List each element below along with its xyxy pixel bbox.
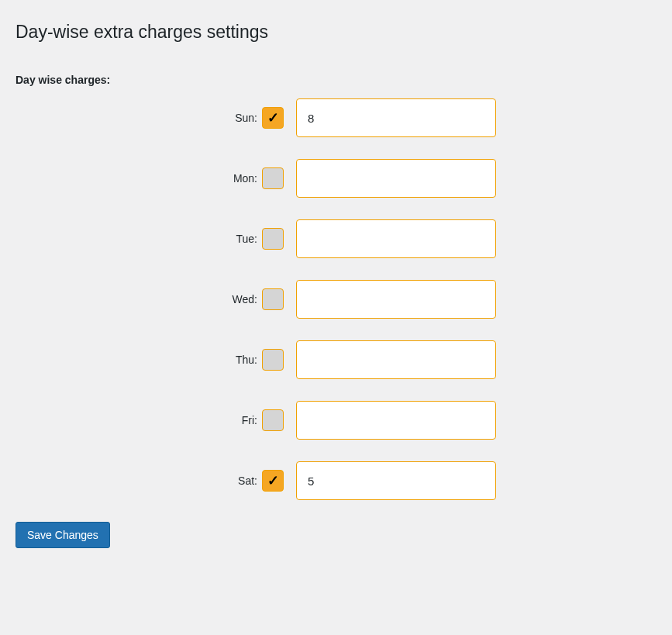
day-charge-input-tue[interactable] [296,219,496,258]
day-charges-form: Sun: ✓ Mon: Tue: Wed: Thu: [16,98,656,500]
page-title: Day-wise extra charges settings [16,22,656,43]
day-row-thu: Thu: [16,340,656,379]
day-label-thu: Thu: [217,354,262,366]
day-label-fri: Fri: [217,414,262,426]
day-charge-input-wed[interactable] [296,280,496,319]
day-row-wed: Wed: [16,280,656,319]
check-icon: ✓ [267,472,279,489]
section-label: Day wise charges: [16,74,656,86]
day-checkbox-wed[interactable] [262,288,284,310]
day-label-tue: Tue: [217,233,262,245]
day-label-sun: Sun: [217,112,262,124]
day-row-mon: Mon: [16,159,656,198]
day-charge-input-sun[interactable] [296,98,496,137]
day-label-mon: Mon: [217,172,262,185]
day-label-sat: Sat: [217,475,262,487]
day-checkbox-sat[interactable]: ✓ [262,470,284,492]
day-checkbox-thu[interactable] [262,349,284,371]
day-label-wed: Wed: [217,293,262,305]
save-button[interactable]: Save Changes [16,522,110,548]
day-checkbox-tue[interactable] [262,228,284,250]
day-charge-input-sat[interactable] [296,461,496,500]
day-checkbox-mon[interactable] [262,167,284,189]
check-icon: ✓ [267,109,279,126]
day-charge-input-fri[interactable] [296,401,496,440]
day-checkbox-fri[interactable] [262,409,284,431]
day-charge-input-mon[interactable] [296,159,496,198]
day-charge-input-thu[interactable] [296,340,496,379]
day-row-tue: Tue: [16,219,656,258]
day-row-sun: Sun: ✓ [16,98,656,137]
day-row-sat: Sat: ✓ [16,461,656,500]
day-checkbox-sun[interactable]: ✓ [262,107,284,129]
day-row-fri: Fri: [16,401,656,440]
